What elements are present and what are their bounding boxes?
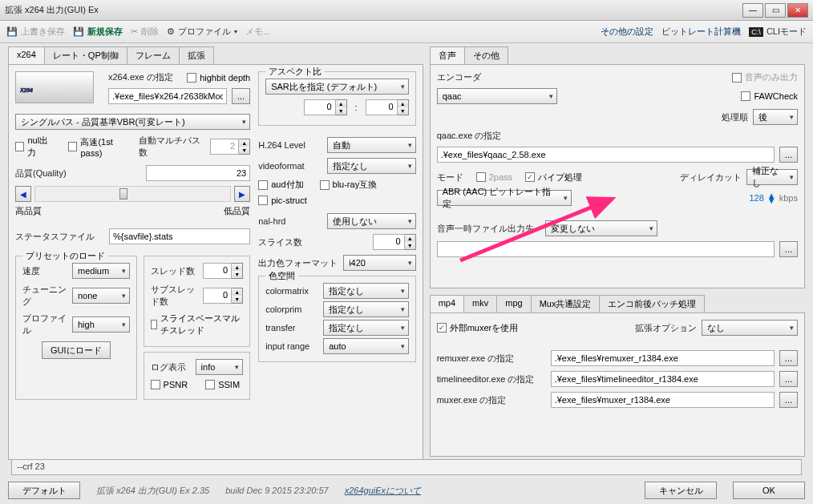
about-link[interactable]: x264guiExについて <box>345 485 421 497</box>
audio-exe-path[interactable] <box>437 147 775 163</box>
save-button[interactable]: 💾上書き保存 <box>6 26 65 38</box>
tab-x264[interactable]: x264 <box>8 46 45 64</box>
profile-menu[interactable]: ⚙プロファイル▾ <box>167 26 237 38</box>
tab-rate[interactable]: レート・QP制御 <box>44 46 127 64</box>
slices-spin[interactable]: 0▲▼ <box>373 234 416 250</box>
quality-input[interactable] <box>146 165 250 181</box>
tr-combo[interactable]: 指定なし <box>323 320 408 336</box>
tab-mux-common[interactable]: Mux共通設定 <box>531 295 601 312</box>
profile-combo[interactable]: high <box>72 317 130 333</box>
ir-combo[interactable]: auto <box>323 338 408 354</box>
bitrate-value[interactable]: 128 <box>750 193 764 203</box>
tl-path[interactable] <box>551 371 775 387</box>
tune-combo[interactable]: none <box>72 288 130 304</box>
aud-checkbox[interactable]: aud付加 <box>258 179 303 191</box>
nalhrd-combo[interactable]: 使用しない <box>327 213 415 229</box>
only-audio-checkbox[interactable]: 音声のみ出力 <box>732 71 798 83</box>
log-combo[interactable]: info <box>196 359 244 375</box>
order-label: 処理順 <box>722 111 748 123</box>
x264-exe-path[interactable] <box>108 88 227 104</box>
quality-slider[interactable] <box>34 186 231 202</box>
delete-button[interactable]: ✂削除 <box>131 26 159 38</box>
sar-a-spin[interactable]: 0▲▼ <box>304 99 347 115</box>
ssim-checkbox[interactable]: SSIM <box>205 380 240 389</box>
vfmt-label: videoformat <box>258 161 322 171</box>
psnr-checkbox[interactable]: PSNR <box>151 380 188 389</box>
speed-combo[interactable]: medium <box>72 263 130 279</box>
cm-label: colormatrix <box>265 286 318 296</box>
aspect-combo[interactable]: SAR比を指定 (デフォルト) <box>265 79 408 95</box>
twopass-checkbox[interactable]: 2pass <box>476 172 512 182</box>
slicemt-checkbox[interactable]: スライスベースマルチスレッド <box>151 312 244 337</box>
bitrate-calc-link[interactable]: ビットレート計算機 <box>661 26 741 38</box>
cancel-button[interactable]: キャンセル <box>645 482 717 499</box>
tab-other[interactable]: その他 <box>464 46 508 64</box>
minimize-button[interactable]: — <box>742 3 763 18</box>
aspect-group: アスペクト比 <box>265 66 325 78</box>
ok-button[interactable]: OK <box>733 482 805 499</box>
order-combo[interactable]: 後 <box>753 109 798 125</box>
threads-spin[interactable]: 0▲▼ <box>203 263 243 279</box>
remux-label: remuxer.exe の指定 <box>437 353 546 365</box>
highbit-checkbox[interactable]: highbit depth <box>187 73 250 83</box>
memo-input[interactable]: メモ... <box>245 26 270 38</box>
tl-label: timelineeditor.exe の指定 <box>437 373 546 385</box>
close-button[interactable]: ✕ <box>787 3 808 18</box>
tmp-browse[interactable]: ... <box>779 241 798 257</box>
fast1st-checkbox[interactable]: 高速(1st pass) <box>68 136 134 158</box>
tab-mpg[interactable]: mpg <box>496 295 531 312</box>
tab-audio[interactable]: 音声 <box>430 46 465 64</box>
nul-checkbox[interactable]: nul出力 <box>15 135 55 159</box>
slider-left[interactable]: ◀ <box>15 186 31 202</box>
preset-group: プリセットのロード <box>22 250 108 262</box>
enc-combo[interactable]: qaac <box>437 88 557 104</box>
cm-combo[interactable]: 指定なし <box>323 283 408 299</box>
version-label: 拡張 x264 出力(GUI) Ex 2.35 <box>96 485 209 497</box>
tab-frame[interactable]: フレーム <box>127 46 180 64</box>
tmp-path[interactable] <box>437 241 775 257</box>
rate-mode-combo[interactable]: シングルパス - 品質基準VBR(可変レート) <box>15 114 250 130</box>
save-new-button[interactable]: 💾新規保存 <box>73 26 123 38</box>
audio-exe-browse[interactable]: ... <box>779 147 798 163</box>
cp-combo[interactable]: 指定なし <box>323 301 408 317</box>
tmp-combo[interactable]: 変更しない <box>545 220 657 236</box>
tune-label: チューニング <box>22 284 67 308</box>
gear-icon: ⚙ <box>167 26 175 37</box>
default-button[interactable]: デフォルト <box>8 482 80 499</box>
slider-right[interactable]: ▶ <box>234 186 250 202</box>
other-settings-link[interactable]: その他の設定 <box>601 26 653 38</box>
abr-combo[interactable]: ABR (AAC) ビットレート指定 <box>437 190 572 206</box>
tab-ext[interactable]: 拡張 <box>179 46 214 64</box>
x264-exe-browse[interactable]: ... <box>232 88 250 104</box>
gui-load-button[interactable]: GUIにロード <box>42 341 111 359</box>
outcsp-combo[interactable]: i420 <box>343 255 415 271</box>
sar-b-spin[interactable]: 0▲▼ <box>366 99 409 115</box>
bitrate-spin-icon[interactable]: ▲▼ <box>767 193 776 203</box>
fawcheck-checkbox[interactable]: FAWCheck <box>741 91 798 101</box>
remux-path[interactable] <box>551 350 775 366</box>
maximize-button[interactable]: ▭ <box>765 3 786 18</box>
tab-mp4[interactable]: mp4 <box>430 295 464 312</box>
tl-browse[interactable]: ... <box>779 371 798 387</box>
level-combo[interactable]: 自動 <box>327 137 415 153</box>
tab-batch[interactable]: エンコ前後バッチ処理 <box>599 295 705 312</box>
extopt-combo[interactable]: なし <box>702 320 798 336</box>
remux-browse[interactable]: ... <box>779 350 798 366</box>
picstruct-checkbox[interactable]: pic-struct <box>258 196 307 205</box>
subthreads-spin[interactable]: 0▲▼ <box>203 288 243 304</box>
ext-muxer-checkbox[interactable]: ✓外部muxerを使用 <box>437 322 519 334</box>
mux-path[interactable] <box>551 392 775 408</box>
stats-input[interactable] <box>109 228 250 244</box>
tab-mkv[interactable]: mkv <box>463 295 497 312</box>
window-title: 拡張 x264 出力(GUI) Ex <box>5 4 742 16</box>
delay-label: ディレイカット <box>680 171 742 183</box>
delay-combo[interactable]: 補正なし <box>746 169 798 185</box>
pipe-checkbox[interactable]: ✓パイプ処理 <box>525 171 582 183</box>
bluray-checkbox[interactable]: blu-ray互換 <box>320 179 378 191</box>
mux-browse[interactable]: ... <box>779 392 798 408</box>
vfmt-combo[interactable]: 指定なし <box>327 158 415 174</box>
cli-mode-button[interactable]: C:\CLIモード <box>749 26 807 38</box>
x264-exe-label: x264.exe の指定 <box>108 71 173 83</box>
mode-label: モード <box>437 171 463 183</box>
automulti-spin[interactable]: 2▲▼ <box>210 139 250 155</box>
